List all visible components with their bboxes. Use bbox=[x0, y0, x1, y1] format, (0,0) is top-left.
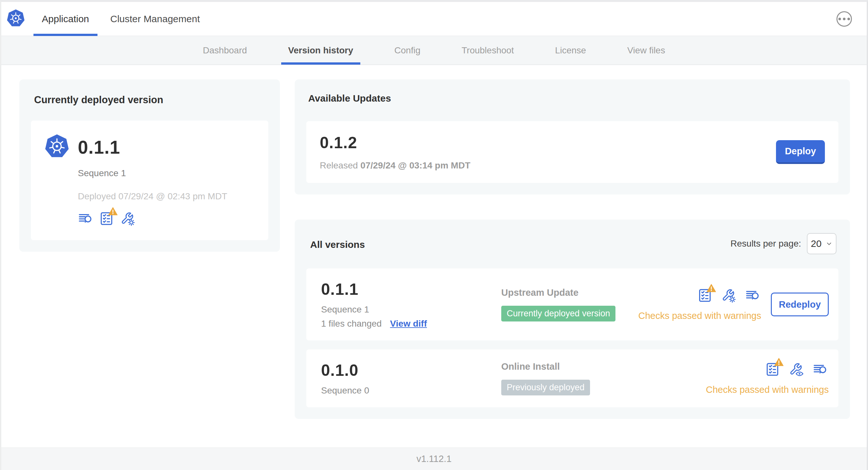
subtab-dashboard[interactable]: Dashboard bbox=[203, 36, 247, 65]
view-diff-link[interactable]: View diff bbox=[390, 318, 427, 329]
app-subnav: Dashboard Version history Config Trouble… bbox=[1, 36, 867, 65]
row-version-number: 0.1.1 bbox=[321, 280, 501, 299]
subtab-license[interactable]: License bbox=[555, 36, 586, 65]
deployed-version-card: 0.1.1 Sequence 1 Deployed 07/29/24 @ 02:… bbox=[31, 121, 268, 240]
currently-deployed-card: Currently deployed version 0.1.1 Sequenc… bbox=[19, 79, 280, 252]
subtab-view-files[interactable]: View files bbox=[627, 36, 665, 65]
available-updates-title: Available Updates bbox=[308, 93, 838, 104]
released-date: 07/29/24 @ 03:14 pm MDT bbox=[360, 160, 470, 170]
tab-cluster-management[interactable]: Cluster Management bbox=[102, 2, 208, 36]
edit-config-wrench-gear-icon[interactable] bbox=[120, 211, 135, 226]
tab-application[interactable]: Application bbox=[33, 2, 97, 36]
currently-deployed-title: Currently deployed version bbox=[34, 94, 268, 106]
warning-triangle-icon bbox=[707, 283, 716, 293]
top-tabs: Application Cluster Management bbox=[33, 2, 213, 36]
warning-triangle-icon bbox=[108, 207, 118, 216]
status-badge: Currently deployed version bbox=[501, 306, 615, 322]
chevron-down-icon bbox=[826, 240, 833, 247]
warning-triangle-icon bbox=[774, 358, 784, 367]
preflight-checks-warning-icon[interactable] bbox=[765, 362, 780, 377]
results-per-page: Results per page: 20 bbox=[731, 233, 836, 254]
release-notes-icon[interactable] bbox=[78, 211, 93, 226]
row-sequence-label: Sequence 1 bbox=[321, 304, 501, 315]
release-notes-icon[interactable] bbox=[813, 362, 828, 377]
subtab-config[interactable]: Config bbox=[395, 36, 421, 65]
update-version-number: 0.1.2 bbox=[320, 133, 470, 152]
console-version-label: v1.112.1 bbox=[416, 454, 452, 464]
deployed-timestamp: Deployed 07/29/24 @ 02:43 pm MDT bbox=[78, 191, 255, 202]
edit-config-wrench-gear-icon[interactable] bbox=[721, 288, 736, 303]
files-changed-label: 1 files changed bbox=[321, 318, 381, 329]
version-row: 0.1.0 Sequence 0 Online Install Previous… bbox=[306, 349, 838, 407]
console-footer: v1.112.1 bbox=[1, 447, 867, 470]
row-sequence-label: Sequence 0 bbox=[321, 385, 501, 396]
version-row: 0.1.1 Sequence 1 1 files changed View di… bbox=[306, 268, 838, 340]
release-notes-icon[interactable] bbox=[745, 288, 760, 303]
results-per-page-value: 20 bbox=[811, 238, 822, 249]
results-per-page-label: Results per page: bbox=[731, 239, 801, 249]
redeploy-button[interactable]: Redeploy bbox=[771, 293, 829, 316]
app-kubernetes-icon bbox=[44, 133, 69, 161]
deployed-version-number: 0.1.1 bbox=[78, 137, 120, 158]
row-source-label: Online Install bbox=[501, 361, 706, 372]
released-prefix: Released bbox=[320, 160, 358, 170]
deployed-sequence-label: Sequence 1 bbox=[78, 168, 255, 178]
results-per-page-select[interactable]: 20 bbox=[807, 233, 836, 254]
right-column: Available Updates 0.1.2 Released07/29/24… bbox=[295, 79, 850, 419]
deploy-button[interactable]: Deploy bbox=[776, 140, 825, 164]
available-updates-card: Available Updates 0.1.2 Released07/29/24… bbox=[295, 79, 850, 195]
available-update-row: 0.1.2 Released07/29/24 @ 03:14 pm MDT De… bbox=[306, 121, 838, 183]
row-version-number: 0.1.0 bbox=[321, 361, 501, 380]
checks-status-text[interactable]: Checks passed with warnings bbox=[706, 384, 829, 395]
admin-console-page: Application Cluster Management Dashboard… bbox=[1, 2, 867, 470]
ellipsis-more-icon[interactable] bbox=[836, 11, 852, 27]
all-versions-card: All versions Results per page: 20 bbox=[295, 220, 850, 419]
row-source-label: Upstream Update bbox=[501, 288, 638, 298]
kubernetes-logo-icon bbox=[6, 9, 25, 29]
subtab-version-history[interactable]: Version history bbox=[288, 36, 353, 65]
status-badge: Previously deployed bbox=[501, 380, 590, 395]
update-released-line: Released07/29/24 @ 03:14 pm MDT bbox=[320, 160, 470, 171]
main-content: Currently deployed version 0.1.1 Sequenc… bbox=[1, 65, 867, 447]
preflight-checks-warning-icon[interactable] bbox=[99, 211, 114, 226]
preflight-checks-warning-icon[interactable] bbox=[698, 288, 712, 303]
all-versions-title: All versions bbox=[310, 239, 365, 250]
checks-status-text[interactable]: Checks passed with warnings bbox=[638, 310, 761, 321]
top-navbar: Application Cluster Management bbox=[1, 2, 867, 36]
view-config-wrench-eye-icon[interactable] bbox=[789, 362, 804, 377]
subtab-troubleshoot[interactable]: Troubleshoot bbox=[462, 36, 514, 65]
